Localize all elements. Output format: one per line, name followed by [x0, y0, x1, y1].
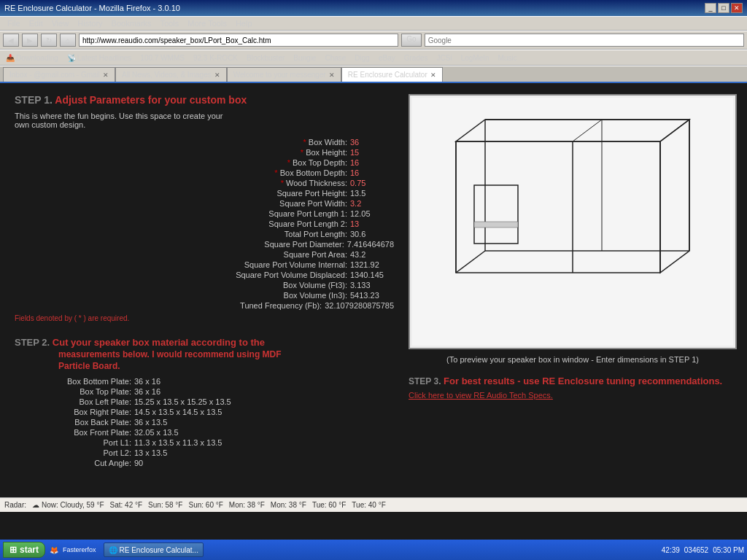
param-value-box-top-depth: 16	[350, 158, 394, 167]
param-port-area: Square Port Area: 43.2	[15, 250, 394, 259]
tab-news[interactable]: All News, Videos, & Images ✕	[115, 67, 227, 82]
meas-cut-angle: Cut Angle: 90	[15, 459, 394, 467]
forward-button[interactable]: ▶	[22, 34, 38, 47]
bookmark-digg[interactable]: Digg	[352, 53, 373, 63]
weather-tue2: Tue: 40 °F	[352, 501, 385, 509]
param-label-box-width: Box Width:	[303, 138, 347, 147]
bookmark-bungie[interactable]: Bungie	[290, 53, 319, 63]
svg-rect-7	[474, 185, 518, 244]
param-wood-thickness: Wood Thickness: 0.75	[15, 179, 394, 187]
param-label-box-height: Box Height:	[301, 148, 347, 157]
bookmark-blockbuster[interactable]: Blockbuster	[244, 53, 287, 63]
window-controls: _ □ ✕	[705, 3, 743, 13]
step3-link[interactable]: Click here to view RE Audio Tech Specs.	[409, 391, 553, 400]
meas-left-plate: Box Left Plate: 15.25 x 13.5 x 15.25 x 1…	[15, 397, 394, 406]
box-diagram	[412, 98, 733, 346]
meas-top-plate: Box Top Plate: 36 x 16	[15, 387, 394, 396]
bookmark-downloading[interactable]: 📥 Downloading	[3, 53, 61, 63]
step3-heading: For best results - use RE Enclosure tuni…	[444, 376, 722, 386]
fastererfox-icon: 🦊	[50, 546, 58, 554]
param-port-len2: Square Port Length 2: 13	[15, 219, 394, 228]
bookmark-grades[interactable]: Grades	[401, 53, 431, 63]
reload-button[interactable]: ↻	[41, 34, 57, 47]
menu-history[interactable]: History	[73, 18, 107, 29]
firefox-icon: 🌐	[109, 546, 117, 554]
go-button[interactable]: Go	[401, 34, 421, 47]
address-input[interactable]	[79, 34, 398, 47]
bookmark-logmein[interactable]: LogMeIn	[458, 53, 492, 63]
tab-messenger[interactable]: Welcome to your messenger ✕	[227, 67, 341, 82]
param-port-diam: Square Port Diameter: 7.416464678	[15, 240, 394, 249]
weather-current: ☁ Now: Cloudy, 59 °F	[32, 501, 104, 509]
maximize-button[interactable]: □	[718, 3, 729, 13]
meas-label-port-l2: Port L2:	[15, 448, 131, 457]
bookmark-krock[interactable]: 92.3 K-ROCK	[190, 53, 241, 63]
param-label-box-vol-in: Box Volume (In3):	[284, 291, 347, 300]
tab-gmail-label: Inbox - @gmail.com - Gmail	[9, 71, 100, 79]
bookmark-wmms[interactable]: 100.7 WMMS	[137, 53, 187, 63]
menu-tools[interactable]: Tools	[156, 18, 184, 29]
param-box-bottom-depth: Box Bottom Depth: 16	[15, 168, 394, 177]
back-button[interactable]: ◀	[3, 34, 19, 47]
bookmark-jcsi[interactable]: JCSi	[434, 53, 455, 63]
param-port-height: Square Port Height: 13.5	[15, 189, 394, 198]
menu-view[interactable]: View	[47, 18, 74, 29]
close-button[interactable]: ✕	[731, 3, 743, 13]
search-input[interactable]	[425, 34, 744, 47]
param-value-port-vol-int: 1321.92	[350, 260, 394, 269]
meas-value-front-plate: 32.05 x 13.5	[134, 428, 179, 437]
weather-mon2: Mon: 38 °F	[271, 501, 306, 509]
meas-bottom-plate: Box Bottom Plate: 36 x 16	[15, 377, 394, 386]
param-value-box-vol-in: 5413.23	[350, 291, 394, 300]
menu-help[interactable]: Help	[231, 18, 257, 29]
param-label-port-area: Square Port Area:	[284, 250, 347, 259]
param-value-box-height: 15	[350, 148, 394, 157]
address-bar: ◀ ▶ ↻ ⌂ Go	[0, 31, 747, 50]
home-button[interactable]: ⌂	[60, 34, 76, 47]
box-preview	[409, 94, 737, 349]
param-port-vol-disp: Square Port Volume Displaced: 1340.145	[15, 271, 394, 279]
param-label-port-height: Square Port Height:	[276, 189, 347, 198]
menu-more-tools[interactable]: More Tools	[183, 18, 231, 29]
param-label-box-vol-ft: Box Volume (Ft3):	[283, 281, 347, 289]
param-value-wood-thickness: 0.75	[350, 179, 394, 187]
meas-label-cut-angle: Cut Angle:	[15, 459, 131, 467]
status-bar: Radar: ☁ Now: Cloudy, 59 °F Sat: 42 °F S…	[0, 497, 747, 512]
bookmark-headlines[interactable]: 📡 Latest Headlines	[64, 53, 135, 63]
param-value-port-area: 43.2	[350, 250, 394, 259]
bookmark-ebay[interactable]: eBay	[376, 53, 398, 63]
tab-close-re[interactable]: ✕	[430, 71, 436, 79]
param-value-port-width: 3.2	[350, 199, 394, 208]
bookmark-icon: 📥	[6, 54, 15, 62]
weather-icon-1: ☁	[32, 501, 39, 509]
tab-close-news[interactable]: ✕	[214, 71, 220, 79]
step1-desc: This is where the fun begins. Use this s…	[15, 112, 394, 129]
param-label-port-len1: Square Port Length 1:	[268, 209, 347, 218]
minimize-button[interactable]: _	[705, 3, 716, 13]
tab-gmail[interactable]: Inbox - @gmail.com - Gmail ✕	[3, 67, 115, 82]
param-value-box-bottom-depth: 16	[350, 168, 394, 177]
param-value-port-height: 13.5	[350, 189, 394, 198]
menu-bookmarks[interactable]: Bookmarks	[107, 18, 156, 29]
window-btn-re[interactable]: 🌐 RE Enclosure Calculat...	[104, 542, 204, 557]
param-label-port-vol-int: Square Port Volume Internal:	[244, 260, 347, 269]
param-value-box-width: 36	[350, 138, 394, 147]
menu-file[interactable]: File	[3, 18, 25, 29]
start-button[interactable]: ⊞ start	[3, 542, 45, 558]
param-value-port-vol-disp: 1340.145	[350, 271, 394, 279]
param-label-port-vol-disp: Square Port Volume Displaced:	[236, 271, 347, 279]
bookmark-music[interactable]: Music	[495, 53, 520, 63]
step1-heading: Adjust Parameters for your custom box	[55, 94, 247, 106]
tab-close-gmail[interactable]: ✕	[103, 71, 109, 79]
tab-re-enclosure[interactable]: RE Enclosure Calculator ✕	[341, 67, 443, 82]
step1-title: STEP 1. Adjust Parameters for your custo…	[15, 94, 394, 106]
step2-sub2: Particle Board.	[58, 361, 394, 371]
meas-port-l2: Port L2: 13 x 13.5	[15, 448, 394, 457]
param-label-port-diam: Square Port Diameter:	[264, 240, 344, 249]
svg-line-8	[456, 251, 485, 273]
menu-edit[interactable]: Edit	[25, 18, 47, 29]
param-box-vol-ft: Box Volume (Ft3): 3.133	[15, 281, 394, 289]
param-value-port-len1: 12.05	[350, 209, 394, 218]
bookmark-chase[interactable]: Chase	[322, 53, 349, 63]
tab-close-messenger[interactable]: ✕	[329, 71, 335, 79]
